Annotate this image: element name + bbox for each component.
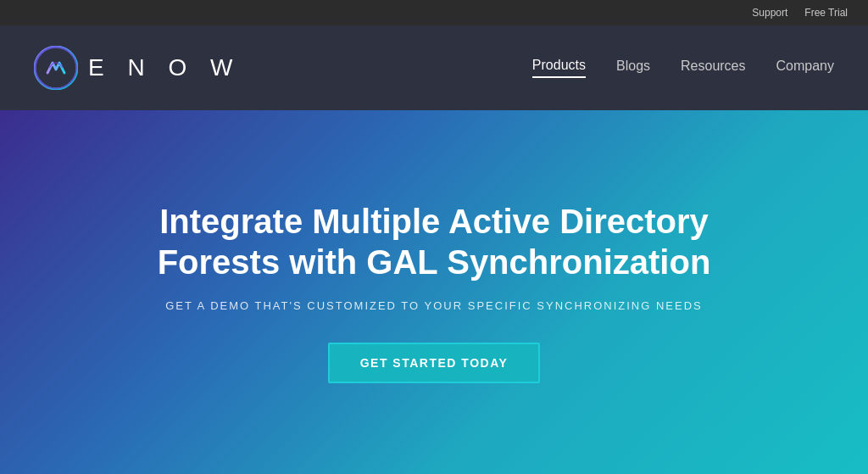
- nav-header: E N O W Products Blogs Resources Company: [0, 25, 868, 110]
- utility-bar: Support Free Trial: [0, 0, 868, 25]
- hero-title: Integrate Multiple Active Directory Fore…: [116, 201, 752, 282]
- logo-area: E N O W: [34, 46, 241, 90]
- hero-section: Integrate Multiple Active Directory Fore…: [0, 110, 868, 474]
- nav-link-resources[interactable]: Resources: [681, 59, 745, 77]
- main-nav: Products Blogs Resources Company: [532, 58, 834, 78]
- get-started-button[interactable]: GET STARTED TODAY: [328, 343, 541, 383]
- logo-text: E N O W: [88, 54, 241, 81]
- hero-subtitle: GET A DEMO THAT'S CUSTOMIZED TO YOUR SPE…: [165, 299, 703, 312]
- free-trial-link[interactable]: Free Trial: [804, 7, 848, 19]
- enow-logo-icon: [34, 46, 78, 90]
- support-link[interactable]: Support: [752, 7, 787, 19]
- nav-link-blogs[interactable]: Blogs: [616, 59, 650, 77]
- nav-link-products[interactable]: Products: [532, 58, 586, 78]
- nav-link-company[interactable]: Company: [776, 59, 834, 77]
